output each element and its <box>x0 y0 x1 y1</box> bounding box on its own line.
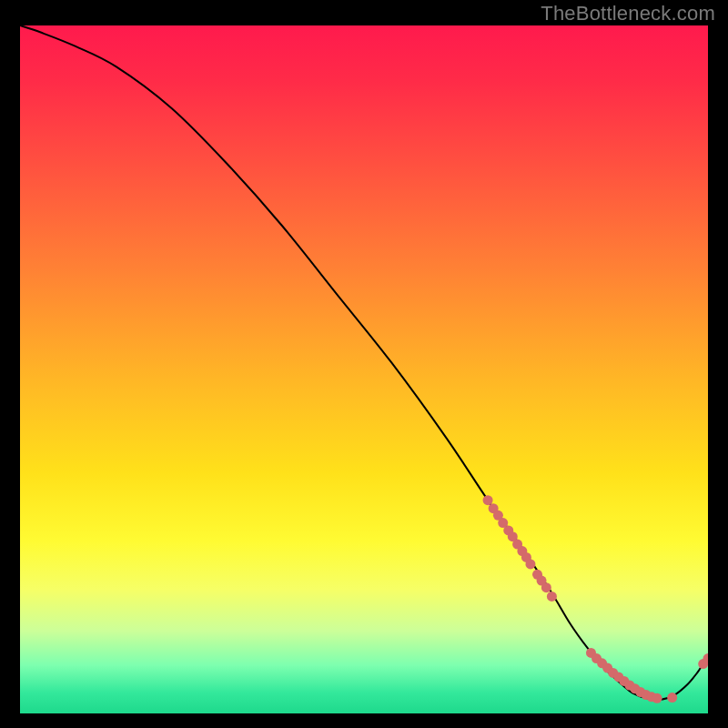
data-point <box>652 693 662 703</box>
gradient-background <box>20 25 708 713</box>
plot-area <box>20 25 708 713</box>
data-point <box>483 495 493 505</box>
data-point <box>525 559 535 569</box>
chart-stage: TheBottleneck.com <box>0 0 728 728</box>
watermark-text: TheBottleneck.com <box>541 2 715 25</box>
chart-svg <box>20 25 708 713</box>
data-point <box>541 582 551 592</box>
data-point <box>667 693 677 703</box>
data-point <box>547 592 557 602</box>
